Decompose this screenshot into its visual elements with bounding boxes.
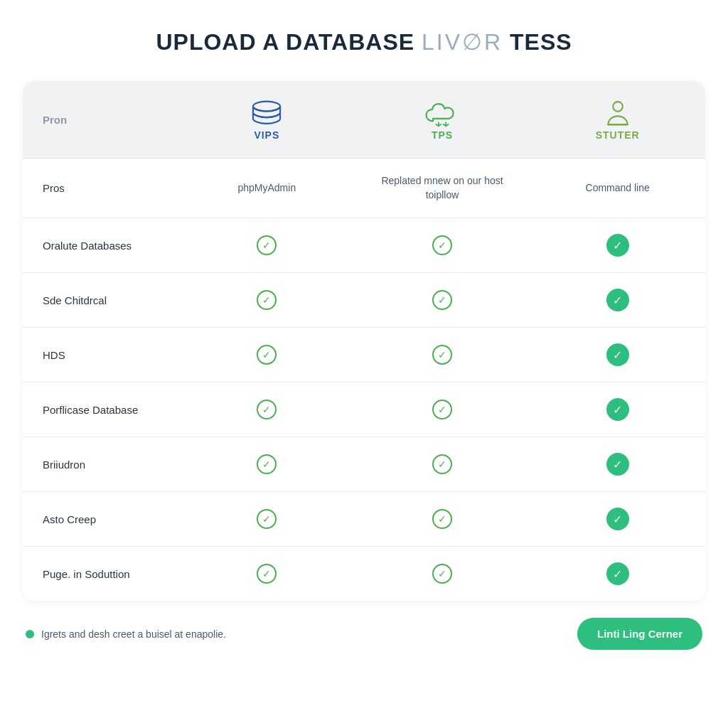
check-outline-icon: ✓ [257, 290, 277, 310]
check-filled-icon: ✓ [606, 343, 629, 366]
row-stuter: ✓ [530, 328, 705, 382]
check-filled-icon: ✓ [606, 562, 629, 585]
row-vips: ✓ [179, 437, 355, 491]
row-stuter: ✓ [530, 273, 705, 327]
row-label: Porflicase Database [23, 382, 179, 437]
footer-note-text: Igrets and desh creet a buisel at enapol… [41, 628, 226, 640]
tps-icon [424, 98, 461, 129]
table-row: Sde Chitdrcal✓✓✓ [23, 273, 705, 328]
header-stuter: STUTER [530, 81, 705, 158]
check-outline-icon: ✓ [432, 564, 452, 584]
check-filled-icon: ✓ [606, 508, 629, 530]
row-tps: ✓ [355, 328, 530, 382]
row-label: HDS [23, 328, 179, 382]
check-filled-icon: ✓ [606, 289, 629, 311]
check-outline-icon: ✓ [432, 345, 452, 365]
row-label: Oralute Databases [23, 218, 179, 272]
vips-label: VIPS [254, 129, 279, 141]
stuter-icon [599, 98, 636, 129]
row-vips: phpMyAdmin [179, 159, 355, 218]
table-row: HDS✓✓✓ [23, 328, 705, 382]
row-stuter: Command line [530, 159, 705, 218]
header-label-col: Pron [23, 81, 179, 158]
title-prefix: UPLOAD A DATABASE [156, 29, 414, 55]
table-row: Porflicase Database✓✓✓ [23, 382, 705, 437]
table-row: Puge. in Soduttion✓✓✓ [23, 547, 705, 601]
row-stuter: ✓ [530, 492, 705, 546]
row-vips: ✓ [179, 218, 355, 272]
row-vips: ✓ [179, 492, 355, 546]
comparison-table: Pron VIPS TPS [23, 81, 705, 601]
check-outline-icon: ✓ [257, 509, 277, 529]
row-label: Puge. in Soduttion [23, 547, 179, 601]
row-vips: ✓ [179, 547, 355, 601]
table-body: ProsphpMyAdminReplated mnew on our host … [23, 159, 705, 601]
green-dot-icon [26, 630, 34, 638]
row-label: Sde Chitdrcal [23, 273, 179, 327]
row-tps: ✓ [355, 218, 530, 272]
row-label: Briiudron [23, 437, 179, 491]
header-tps: TPS [355, 81, 530, 158]
stuter-label: STUTER [596, 129, 640, 141]
row-vips: ✓ [179, 273, 355, 327]
check-filled-icon: ✓ [606, 398, 629, 421]
check-outline-icon: ✓ [432, 290, 452, 310]
header-vips: VIPS [179, 81, 355, 158]
title-suffix: TESS [510, 29, 572, 55]
footer-area: Igrets and desh creet a buisel at enapol… [23, 618, 705, 650]
check-outline-icon: ✓ [257, 564, 277, 584]
table-header: Pron VIPS TPS [23, 81, 705, 159]
cta-button[interactable]: Linti Ling Cerner [577, 618, 702, 650]
table-row: Asto Creep✓✓✓ [23, 492, 705, 547]
tps-label: TPS [432, 129, 453, 141]
check-outline-icon: ✓ [257, 235, 277, 255]
row-tps: ✓ [355, 492, 530, 546]
check-outline-icon: ✓ [432, 454, 452, 474]
row-tps: ✓ [355, 437, 530, 491]
check-outline-icon: ✓ [432, 509, 452, 529]
page-title: UPLOAD A DATABASE LIV∅R TESS [156, 28, 572, 55]
row-vips: ✓ [179, 328, 355, 382]
row-label: Asto Creep [23, 492, 179, 546]
table-row: Briiudron✓✓✓ [23, 437, 705, 492]
check-filled-icon: ✓ [606, 234, 629, 257]
row-tps: ✓ [355, 273, 530, 327]
row-stuter: ✓ [530, 547, 705, 601]
row-stuter: ✓ [530, 382, 705, 437]
vips-icon [248, 98, 285, 129]
table-row: Oralute Databases✓✓✓ [23, 218, 705, 273]
check-filled-icon: ✓ [606, 453, 629, 476]
row-vips: ✓ [179, 382, 355, 437]
table-row: ProsphpMyAdminReplated mnew on our host … [23, 159, 705, 218]
row-label: Pros [23, 159, 179, 218]
row-stuter: ✓ [530, 218, 705, 272]
check-outline-icon: ✓ [432, 235, 452, 255]
row-tps: ✓ [355, 382, 530, 437]
row-stuter: ✓ [530, 437, 705, 491]
title-middle: LIV∅R [422, 29, 503, 55]
row-tps: Replated mnew on our host toipllow [355, 159, 530, 218]
row-tps: ✓ [355, 547, 530, 601]
svg-point-1 [613, 102, 623, 112]
check-outline-icon: ✓ [257, 400, 277, 419]
check-outline-icon: ✓ [257, 454, 277, 474]
check-outline-icon: ✓ [257, 345, 277, 365]
check-outline-icon: ✓ [432, 400, 452, 419]
footer-note: Igrets and desh creet a buisel at enapol… [26, 628, 226, 640]
